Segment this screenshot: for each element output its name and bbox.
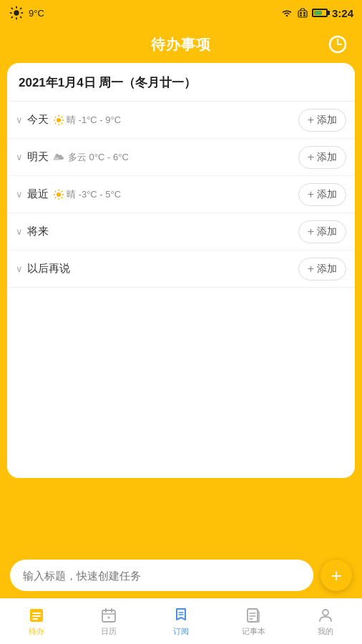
history-button[interactable] xyxy=(325,31,351,57)
section-tomorrow: ∨ 明天 多云 0°C - 6°C + 添加 xyxy=(7,139,355,176)
quick-add-button[interactable]: + xyxy=(321,560,352,591)
plus-icon: + xyxy=(331,566,341,585)
weather-sun-icon xyxy=(9,5,24,21)
chevron-future[interactable]: ∨ xyxy=(16,226,23,237)
navbar: 待办事项 xyxy=(0,26,362,63)
battery-icon xyxy=(312,9,328,17)
svg-line-31 xyxy=(55,190,56,191)
svg-line-24 xyxy=(55,122,56,123)
svg-point-50 xyxy=(323,610,328,615)
section-later: ∨ 以后再说 + 添加 xyxy=(7,250,355,288)
svg-line-22 xyxy=(55,116,56,117)
status-right: 3:24 xyxy=(280,7,353,19)
svg-rect-46 xyxy=(248,609,258,622)
todo-icon xyxy=(28,607,45,624)
status-bar: 9°C 3:24 xyxy=(0,0,362,26)
svg-line-8 xyxy=(20,8,21,9)
add-recent-button[interactable]: + 添加 xyxy=(298,183,346,206)
section-today-label: 今天 晴 -1°C - 9°C xyxy=(27,113,298,127)
tab-bar: 待办 日历 订阅 记事本 xyxy=(0,598,362,644)
section-future-label: 将来 xyxy=(27,225,298,238)
navbar-title: 待办事项 xyxy=(151,35,211,54)
temperature-text: 9°C xyxy=(29,8,44,19)
section-today: ∨ 今天 晴 -1°C - 9°C + 添加 xyxy=(7,102,355,139)
mine-icon xyxy=(317,607,334,624)
svg-rect-10 xyxy=(300,12,302,14)
cloud-icon-tomorrow xyxy=(53,152,66,162)
history-icon xyxy=(328,34,348,54)
svg-rect-13 xyxy=(303,15,305,16)
section-recent: ∨ 最近 晴 -3°C - 5°C + 添加 xyxy=(7,176,355,213)
section-today-weather: 晴 -1°C - 9°C xyxy=(53,114,121,127)
task-title-input[interactable] xyxy=(10,560,313,591)
svg-point-17 xyxy=(57,118,61,122)
tab-notes[interactable]: 记事本 xyxy=(217,607,290,637)
add-today-button[interactable]: + 添加 xyxy=(298,109,346,132)
svg-rect-11 xyxy=(303,12,305,14)
svg-line-34 xyxy=(62,190,62,191)
section-recent-label: 最近 晴 -3°C - 5°C xyxy=(27,187,298,201)
tab-calendar-label: 日历 xyxy=(101,626,117,637)
chevron-today[interactable]: ∨ xyxy=(16,114,23,125)
calendar-icon xyxy=(100,607,117,624)
section-tomorrow-label: 明天 多云 0°C - 6°C xyxy=(27,150,298,164)
chevron-later[interactable]: ∨ xyxy=(16,263,23,274)
svg-point-26 xyxy=(57,192,61,197)
tab-subscribe-label: 订阅 xyxy=(173,626,189,637)
svg-rect-9 xyxy=(298,11,307,17)
svg-line-7 xyxy=(11,16,13,18)
subscribe-icon xyxy=(172,607,190,624)
wifi-icon xyxy=(280,8,293,18)
sim-icon xyxy=(298,8,308,18)
tab-mine[interactable]: 我的 xyxy=(290,607,362,637)
svg-line-33 xyxy=(55,197,56,197)
tab-notes-label: 记事本 xyxy=(242,626,265,637)
add-future-button[interactable]: + 添加 xyxy=(298,220,346,243)
section-recent-weather: 晴 -3°C - 5°C xyxy=(53,188,121,201)
section-later-label: 以后再说 xyxy=(27,262,298,275)
svg-line-6 xyxy=(20,16,21,18)
section-tomorrow-weather: 多云 0°C - 6°C xyxy=(53,151,129,164)
notes-icon xyxy=(245,607,262,624)
add-tomorrow-button[interactable]: + 添加 xyxy=(298,146,346,169)
add-later-button[interactable]: + 添加 xyxy=(298,258,346,280)
tab-todo-label: 待办 xyxy=(29,626,44,637)
svg-line-23 xyxy=(62,122,62,123)
bottom-input-area: + xyxy=(0,552,362,598)
svg-line-32 xyxy=(62,197,62,197)
status-left: 9°C xyxy=(9,5,44,21)
chevron-tomorrow[interactable]: ∨ xyxy=(16,152,23,162)
tab-mine-label: 我的 xyxy=(318,626,333,637)
time-display: 3:24 xyxy=(332,7,353,19)
svg-rect-39 xyxy=(102,610,115,622)
main-card: 2021年1月4日 周一（冬月廿一） ∨ 今天 晴 -1°C - 9°C xyxy=(7,63,355,478)
svg-point-43 xyxy=(107,616,109,618)
tab-subscribe[interactable]: 订阅 xyxy=(145,607,217,637)
date-header: 2021年1月4日 周一（冬月廿一） xyxy=(7,63,355,102)
svg-rect-12 xyxy=(300,15,302,16)
svg-line-5 xyxy=(11,8,13,9)
svg-point-0 xyxy=(14,10,19,15)
tab-todo[interactable]: 待办 xyxy=(0,607,72,637)
tab-calendar[interactable]: 日历 xyxy=(72,607,145,637)
chevron-recent[interactable]: ∨ xyxy=(16,189,23,200)
svg-line-25 xyxy=(62,116,62,117)
section-future: ∨ 将来 + 添加 xyxy=(7,213,355,250)
svg-rect-35 xyxy=(30,609,43,622)
sun-icon-recent xyxy=(53,189,64,200)
sun-icon-today xyxy=(53,114,64,126)
